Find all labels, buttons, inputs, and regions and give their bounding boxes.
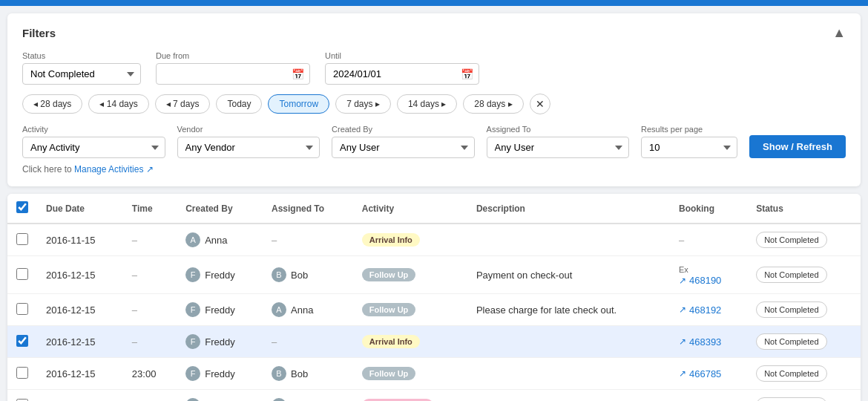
- status-cell: Not Completed: [747, 224, 861, 256]
- status-filter-group: Status Not Completed Completed All: [22, 51, 141, 85]
- ex-label: Ex: [679, 265, 688, 274]
- table-panel: Due Date Time Created By Assigned To Act…: [7, 194, 861, 401]
- created-by-cell: A Anna: [177, 224, 263, 256]
- date-btn-today[interactable]: Today: [216, 94, 262, 114]
- row-checkbox[interactable]: [16, 233, 28, 245]
- checkbox-cell: [7, 256, 37, 294]
- activity-cell: Follow Up: [353, 358, 467, 390]
- filters-panel: Filters ▲ Status Not Completed Completed…: [7, 13, 861, 186]
- date-btn-7-days-forward[interactable]: 7 days ▸: [335, 94, 391, 114]
- row-checkbox[interactable]: [16, 335, 28, 347]
- activity-badge: Arrival Info: [362, 335, 420, 348]
- row-checkbox[interactable]: [16, 367, 28, 379]
- vendor-select[interactable]: Any Vendor: [177, 137, 320, 158]
- until-input[interactable]: [325, 63, 479, 85]
- user-avatar-icon: F: [185, 267, 200, 282]
- table-row: 2016-12-15 – F Freddy A Anna Follow Up: [7, 294, 861, 326]
- activity-cell: Extra Check In: [353, 390, 467, 402]
- created-by-label: Created By: [332, 125, 475, 134]
- time-cell: –: [123, 224, 177, 256]
- status-badge: Not Completed: [756, 333, 826, 350]
- checkbox-cell: [7, 224, 37, 256]
- date-btn-14-days-forward[interactable]: 14 days ▸: [397, 94, 457, 114]
- time-cell: –: [123, 326, 177, 358]
- booking-link[interactable]: ↗468190: [679, 275, 738, 286]
- booking-link[interactable]: ↗468192: [679, 304, 738, 316]
- assigned-to-cell: B Bob: [263, 256, 353, 294]
- row-checkbox[interactable]: [16, 268, 28, 280]
- date-btn-clear[interactable]: ✕: [530, 94, 550, 114]
- user-avatar-icon: F: [185, 398, 200, 401]
- time-cell: –: [123, 256, 177, 294]
- booking-cell: ↗466785: [670, 358, 747, 390]
- due-date-cell: 2016-12-15: [37, 358, 123, 390]
- user-avatar-icon: F: [185, 302, 200, 317]
- row-checkbox[interactable]: [16, 399, 28, 402]
- status-label: Status: [22, 51, 141, 60]
- results-per-page-select[interactable]: 10 25 50 100: [641, 137, 737, 158]
- created-by-name: Freddy: [205, 368, 234, 379]
- status-badge: Not Completed: [756, 232, 826, 248]
- description-cell: Please charge for late check out.: [467, 294, 670, 326]
- external-link-icon: ↗: [679, 304, 686, 315]
- th-activity: Activity: [353, 194, 467, 224]
- time-cell: 23:00: [123, 358, 177, 390]
- description-cell: [467, 224, 670, 256]
- booking-cell: ↗468393: [670, 326, 747, 358]
- user-avatar-icon: B: [272, 267, 286, 282]
- status-cell: Not Completed: [747, 326, 861, 358]
- due-date-cell: 2016-12-15: [37, 294, 123, 326]
- date-btn-14-days-back[interactable]: ◂ 14 days: [88, 94, 148, 114]
- checkbox-cell: [7, 390, 37, 402]
- row-checkbox[interactable]: [16, 303, 28, 315]
- date-btn-28-days-forward[interactable]: 28 days ▸: [463, 94, 523, 114]
- date-btn-7-days-back[interactable]: ◂ 7 days: [155, 94, 211, 114]
- due-from-filter-group: Due from 📅: [156, 51, 310, 85]
- user-avatar-icon: A: [272, 302, 286, 317]
- booking-cell: ↗468192: [670, 294, 747, 326]
- filters-collapse-icon[interactable]: ▲: [832, 25, 846, 41]
- calendar-icon-2: 📅: [461, 68, 473, 80]
- activity-badge: Follow Up: [362, 303, 416, 316]
- date-btn-28-days-back[interactable]: ◂ 28 days: [22, 94, 82, 114]
- th-time: Time: [123, 194, 177, 224]
- due-from-input[interactable]: [156, 63, 310, 85]
- created-by-cell: F Freddy: [177, 358, 263, 390]
- manage-activities-link[interactable]: Manage Activities ↗: [74, 164, 154, 175]
- select-all-checkbox[interactable]: [16, 201, 28, 213]
- status-select[interactable]: Not Completed Completed All: [22, 63, 141, 85]
- status-cell: Not Completed: [747, 294, 861, 326]
- activity-cell: Follow Up: [353, 294, 467, 326]
- created-by-select[interactable]: Any User: [332, 137, 475, 158]
- table-row: 2016-12-15 – F Freddy – Arrival Info ↗46…: [7, 326, 861, 358]
- booking-link[interactable]: ↗466785: [679, 368, 738, 379]
- booking-link[interactable]: ↗468393: [679, 336, 738, 348]
- user-avatar-icon: B: [272, 366, 286, 381]
- activity-cell: Arrival Info: [353, 224, 467, 256]
- created-by-cell: F Freddy: [177, 326, 263, 358]
- assigned-to-cell: A Anna: [263, 294, 353, 326]
- assigned-to-cell: B Bob: [263, 390, 353, 402]
- date-btn-tomorrow[interactable]: Tomorrow: [268, 94, 329, 114]
- external-link-icon: ↗: [679, 368, 686, 379]
- activity-select[interactable]: Any Activity: [22, 137, 165, 158]
- th-description: Description: [467, 194, 670, 224]
- due-from-label: Due from: [156, 51, 310, 60]
- assigned-to-select[interactable]: Any User: [487, 137, 630, 158]
- created-by-name: Freddy: [205, 270, 234, 281]
- created-by-name: Freddy: [205, 304, 234, 316]
- th-due-date: Due Date: [37, 194, 123, 224]
- description-cell: [467, 326, 670, 358]
- activity-badge: Arrival Info: [362, 233, 420, 247]
- results-per-page-label: Results per page: [641, 125, 737, 134]
- created-by-name: Anna: [205, 235, 227, 246]
- th-booking: Booking: [670, 194, 747, 224]
- calendar-icon: 📅: [292, 68, 304, 80]
- show-refresh-button[interactable]: Show / Refresh: [749, 135, 846, 158]
- external-link-icon: ↗: [679, 276, 686, 286]
- activity-label: Activity: [22, 125, 165, 134]
- vendor-filter-group: Vendor Any Vendor: [177, 125, 320, 158]
- checkbox-cell: [7, 358, 37, 390]
- th-status: Status: [747, 194, 861, 224]
- date-buttons-row: ◂ 28 days ◂ 14 days ◂ 7 days Today Tomor…: [22, 94, 846, 114]
